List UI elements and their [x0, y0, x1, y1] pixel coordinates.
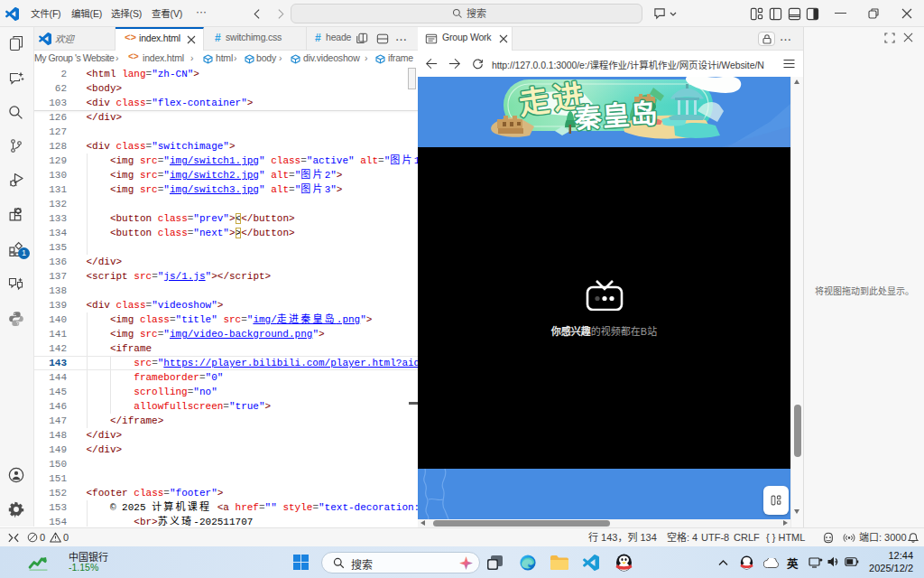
- svg-text:秦皇岛: 秦皇岛: [572, 91, 660, 136]
